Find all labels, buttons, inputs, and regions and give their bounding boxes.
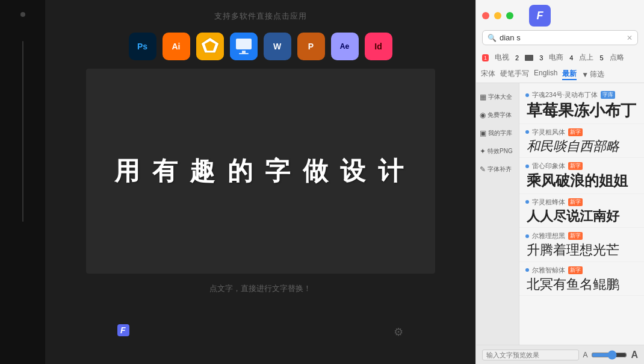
tab-filter[interactable]: ▼筛选: [581, 69, 604, 80]
app-icon-ae[interactable]: Ae: [331, 33, 359, 60]
font-dot-1: [525, 93, 529, 97]
font-preview-5: 升腾着理想光芒: [525, 242, 638, 259]
font-name-2: 字灵粗风体: [532, 128, 565, 137]
tab-newest[interactable]: 最新: [562, 69, 577, 80]
panel-dot: [20, 12, 25, 17]
complete-icon: ✎: [480, 165, 486, 174]
svg-rect-6: [239, 53, 249, 54]
sidebar-label-free: 免费字体: [488, 111, 512, 119]
traffic-light-minimize[interactable]: [494, 12, 501, 19]
panel-header: F: [476, 0, 644, 29]
sidebar-item-my-library[interactable]: ▣ 我的字库: [476, 124, 519, 142]
font-preview-input[interactable]: [482, 350, 579, 360]
panel-line: [22, 41, 23, 222]
font-entry-1[interactable]: 字魂234号·灵动布丁体 字库 草莓果冻小布丁: [519, 87, 644, 124]
filter-tab-dianshi[interactable]: 电视: [492, 51, 512, 64]
font-entry-5[interactable]: 尔雅理想黑 新字 升腾着理想光芒: [519, 228, 644, 262]
size-label-max: A: [631, 350, 638, 360]
main-area: 支持多软件直接点击应用 Ps Ai W P Ae Id 用 有 趣 的 字 做 …: [45, 0, 475, 364]
filter-icon: ▼: [581, 71, 589, 79]
sidebar-item-free-fonts[interactable]: ◉ 免费字体: [476, 106, 519, 124]
font-meta-4: 字灵粗蜂体 新字: [525, 198, 638, 207]
filter-tab-dianle[interactable]: 点略: [607, 51, 627, 64]
filter-num-3[interactable]: 3: [539, 54, 543, 61]
sidebar-label-all: 字体大全: [488, 93, 512, 101]
tab-english[interactable]: English: [534, 69, 557, 80]
search-bar: 🔍 ✕: [482, 30, 638, 45]
font-badge-2: 新字: [568, 128, 583, 136]
filter-tab-icon[interactable]: [522, 54, 536, 62]
app-icon-ps[interactable]: Ps: [129, 33, 156, 60]
filter-num-5[interactable]: 5: [599, 54, 603, 61]
filter-tabs: 1 电视 2 3 电商 4 点上 5 点略: [476, 49, 644, 66]
font-name-3: 雷心印象体: [532, 162, 565, 171]
font-dot-3: [525, 165, 529, 168]
filter-tab-dianshang[interactable]: 电商: [546, 51, 566, 64]
my-library-icon: ▣: [480, 129, 486, 137]
filter-num-2[interactable]: 2: [515, 54, 519, 61]
canvas-area[interactable]: 用 有 趣 的 字 做 设 计: [86, 69, 435, 274]
font-entry-6[interactable]: 尔雅智鲸体 新字 北冥有鱼名鲲鹏: [519, 262, 644, 297]
font-entry-3[interactable]: 雷心印象体 新字 乘风破浪的姐姐: [519, 158, 644, 193]
font-badge-3: 新字: [568, 162, 583, 170]
free-fonts-icon: ◉: [480, 111, 486, 119]
panel-body: ▦ 字体大全 ◉ 免费字体 ▣ 我的字库 ✦ 特效PNG ✎ 字体补齐: [476, 83, 644, 345]
font-badge-1: 字库: [601, 91, 615, 99]
sidebar-label-my: 我的字库: [488, 129, 512, 137]
bottom-hint-text: 点文字，直接进行文字替换！: [209, 283, 311, 294]
app-icon-word[interactable]: W: [264, 33, 291, 60]
font-entry-4[interactable]: 字灵粗蜂体 新字 人人尽说江南好: [519, 194, 644, 228]
sidebar-item-font-complete[interactable]: ✎ 字体补齐: [476, 160, 519, 178]
left-sidebar: ▦ 字体大全 ◉ 免费字体 ▣ 我的字库 ✦ 特效PNG ✎ 字体补齐: [476, 83, 519, 345]
size-label-min: A: [583, 351, 587, 359]
tab-songti[interactable]: 宋体: [481, 69, 495, 80]
sidebar-label-complete: 字体补齐: [488, 165, 512, 174]
font-name-1: 字魂234号·灵动布丁体: [532, 90, 598, 99]
font-preview-3: 乘风破浪的姐姐: [525, 172, 638, 190]
font-meta-6: 尔雅智鲸体 新字: [525, 266, 638, 275]
filter-num-4[interactable]: 4: [569, 54, 573, 61]
font-dot-4: [525, 200, 529, 204]
filter-tab-diangshang[interactable]: 点上: [577, 51, 596, 64]
search-clear-icon[interactable]: ✕: [627, 34, 633, 42]
right-panel: F 🔍 ✕ 1 电视 2 3 电商 4 点上 5 点略 宋体 硬笔手写 Engl…: [475, 0, 644, 364]
traffic-light-maximize[interactable]: [506, 12, 513, 19]
canvas-main-text[interactable]: 用 有 趣 的 字 做 设 计: [114, 154, 406, 188]
font-size-slider[interactable]: [591, 350, 627, 360]
support-text: 支持多软件直接点击应用: [214, 11, 307, 22]
app-icon-sketch[interactable]: [196, 33, 224, 60]
font-preview-2: 和民啖自西部略: [525, 138, 638, 155]
search-input[interactable]: [500, 33, 624, 42]
font-badge-4: 新字: [568, 198, 583, 206]
traffic-light-close[interactable]: [482, 12, 489, 19]
font-meta-2: 字灵粗风体 新字: [525, 128, 638, 137]
app-icon-id[interactable]: Id: [365, 33, 392, 60]
filter-num-1[interactable]: 1: [482, 54, 489, 61]
all-fonts-icon: ▦: [480, 93, 486, 101]
left-panel: [0, 0, 45, 364]
tab-handwrite[interactable]: 硬笔手写: [500, 69, 529, 80]
panel-bottom: A A: [476, 345, 644, 364]
app-icons-row: Ps Ai W P Ae Id: [129, 33, 392, 60]
font-meta-3: 雷心印象体 新字: [525, 162, 638, 171]
svg-rect-5: [242, 51, 246, 53]
app-logo: F: [529, 5, 551, 27]
font-preview-4: 人人尽说江南好: [525, 208, 638, 225]
font-name-6: 尔雅智鲸体: [532, 266, 565, 275]
app-icon-ai[interactable]: Ai: [163, 33, 190, 60]
png-icon: ✦: [480, 147, 486, 155]
font-badge-5: 新字: [568, 232, 583, 240]
font-meta-5: 尔雅理想黑 新字: [525, 231, 638, 240]
app-icon-ppt[interactable]: P: [297, 33, 325, 60]
sidebar-label-png: 特效PNG: [488, 147, 513, 155]
search-icon: 🔍: [488, 34, 497, 42]
settings-gear-icon[interactable]: ⚙: [394, 325, 403, 339]
font-list: 字魂234号·灵动布丁体 字库 草莓果冻小布丁 字灵粗风体 新字 和民啖自西部略…: [519, 83, 644, 345]
sidebar-item-png-effects[interactable]: ✦ 特效PNG: [476, 142, 519, 160]
font-badge-6: 新字: [568, 266, 583, 274]
font-preview-1: 草莓果冻小布丁: [525, 101, 638, 121]
sidebar-item-all-fonts[interactable]: ▦ 字体大全: [476, 88, 519, 106]
font-entry-2[interactable]: 字灵粗风体 新字 和民啖自西部略: [519, 124, 644, 158]
bottom-f-icon[interactable]: F: [117, 324, 129, 339]
app-icon-keynote[interactable]: [230, 33, 258, 60]
